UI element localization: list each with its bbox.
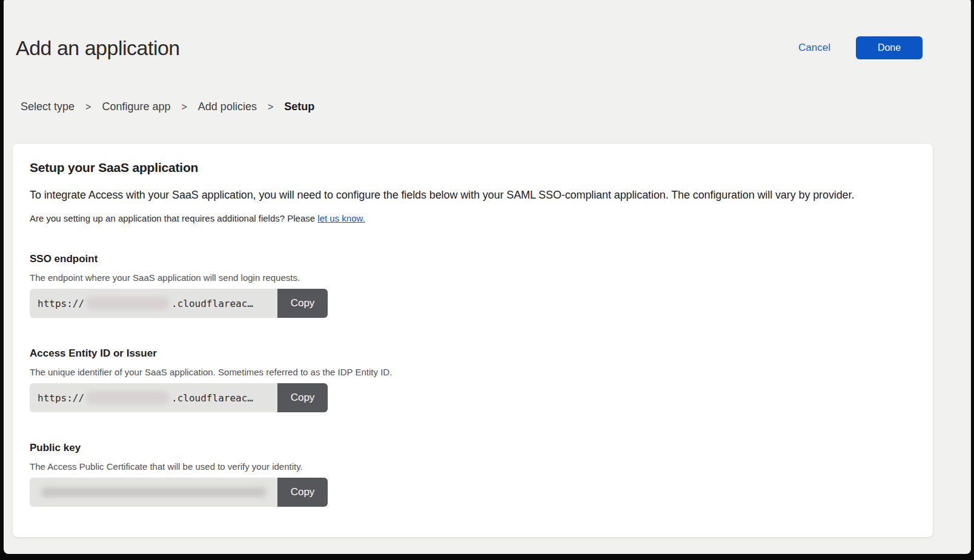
done-button[interactable]: Done	[856, 36, 923, 59]
section-description: The endpoint where your SaaS application…	[30, 272, 916, 283]
breadcrumb-separator: >	[85, 102, 91, 113]
redacted-value-segment	[86, 297, 170, 310]
section-description: The Access Public Certificate that will …	[30, 461, 916, 472]
page-title: Add an application	[16, 36, 180, 60]
breadcrumb-step-setup: Setup	[284, 100, 314, 113]
card-intro-text: To integrate Access with your SaaS appli…	[30, 189, 916, 202]
section-description: The unique identifier of your SaaS appli…	[30, 367, 916, 377]
access-entity-id-copy-button[interactable]: Copy	[277, 383, 328, 412]
breadcrumb-step-select-type[interactable]: Select type	[21, 100, 75, 113]
header-actions: Cancel Done	[798, 36, 923, 59]
public-key-field: Copy	[30, 478, 328, 507]
value-suffix: .cloudflareac…	[171, 298, 253, 309]
sso-endpoint-copy-button[interactable]: Copy	[277, 289, 328, 318]
breadcrumb-step-add-policies[interactable]: Add policies	[198, 100, 257, 113]
section-public-key: Public key The Access Public Certificate…	[30, 442, 916, 507]
card-note: Are you setting up an application that r…	[30, 213, 916, 223]
value-prefix: https://	[38, 298, 84, 309]
section-title: Public key	[30, 442, 916, 454]
card-note-text: Are you setting up an application that r…	[30, 213, 317, 223]
sso-endpoint-value: https:// .cloudflareac…	[30, 289, 277, 318]
section-title: Access Entity ID or Issuer	[30, 348, 916, 360]
value-prefix: https://	[38, 392, 84, 404]
section-sso-endpoint: SSO endpoint The endpoint where your Saa…	[30, 253, 916, 318]
public-key-value	[30, 478, 277, 507]
redacted-value-full	[41, 487, 267, 497]
setup-card: Setup your SaaS application To integrate…	[12, 143, 933, 538]
access-entity-id-value: https:// .cloudflareac…	[30, 383, 277, 412]
app-screen: Add an application Cancel Done Select ty…	[4, 0, 971, 554]
value-suffix: .cloudflareac…	[171, 392, 253, 404]
card-heading: Setup your SaaS application	[30, 160, 916, 175]
access-entity-id-field: https:// .cloudflareac… Copy	[30, 383, 328, 412]
section-access-entity-id: Access Entity ID or Issuer The unique id…	[30, 348, 916, 412]
breadcrumb: Select type > Configure app > Add polici…	[21, 100, 971, 113]
breadcrumb-separator: >	[182, 102, 187, 113]
cancel-button[interactable]: Cancel	[798, 42, 830, 54]
let-us-know-link[interactable]: let us know.	[317, 213, 365, 223]
page-header: Add an application Cancel Done	[16, 35, 923, 61]
breadcrumb-separator: >	[268, 102, 273, 113]
breadcrumb-step-configure-app[interactable]: Configure app	[102, 100, 170, 113]
section-title: SSO endpoint	[30, 253, 916, 265]
sso-endpoint-field: https:// .cloudflareac… Copy	[30, 289, 328, 318]
public-key-copy-button[interactable]: Copy	[277, 478, 328, 507]
redacted-value-segment	[86, 391, 170, 404]
